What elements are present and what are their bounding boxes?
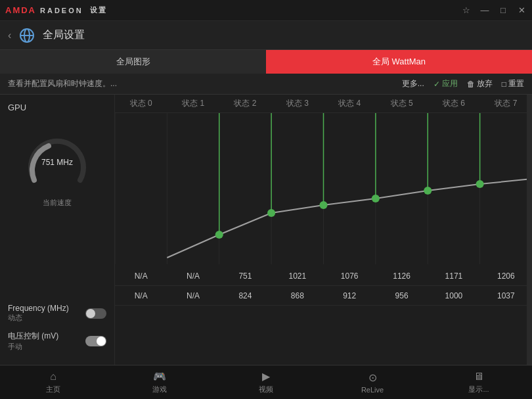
svg-text:751 MHz: 751 MHz [41, 158, 73, 167]
chart-wrapper: 状态 0 状态 1 状态 2 状态 3 状态 4 状态 5 状态 6 状态 7 [115, 95, 532, 365]
col-head-3: 状态 3 [271, 98, 323, 109]
volt-val-0: N/A [115, 291, 167, 300]
frequency-label: Frequency (MHz) [8, 304, 69, 313]
voltage-label-group: 电压控制 (mV) 手动 [8, 331, 58, 352]
point-2[interactable] [267, 209, 275, 217]
volt-val-4: 912 [324, 291, 376, 300]
home-icon: ⌂ [50, 371, 56, 383]
back-button[interactable]: ‹ [8, 30, 11, 41]
apply-button[interactable]: ✓ 应用 [433, 78, 458, 89]
gauge-svg: 751 MHz [24, 131, 90, 197]
point-3[interactable] [319, 201, 327, 209]
reset-label: 重置 [508, 78, 524, 89]
col-head-0: 状态 0 [115, 98, 167, 109]
display-icon: 🖥 [474, 371, 484, 383]
sub-header: 查看并配置风扇和时钟速度。... 更多... ✓ 应用 🗑 放弃 □ 重置 [0, 74, 532, 95]
video-label: 视频 [259, 385, 273, 394]
minimize-button[interactable]: — [479, 5, 490, 15]
relive-icon: ⊙ [368, 371, 377, 384]
freq-val-6: 1171 [428, 271, 479, 281]
freq-val-0: N/A [115, 271, 167, 281]
left-panel: GPU 751 MHz 当前速度 Frequency (MHz) 动态 [0, 95, 115, 365]
tab-graphics[interactable]: 全局图形 [0, 50, 266, 74]
settings-text: 设置 [90, 5, 107, 15]
apply-label: 应用 [442, 78, 458, 89]
frequency-toggle[interactable] [85, 308, 106, 319]
main-content: GPU 751 MHz 当前速度 Frequency (MHz) 动态 [0, 95, 532, 365]
play-icon: ▶ [262, 370, 270, 383]
volt-val-3: 868 [271, 291, 323, 300]
nav-games[interactable]: 🎮 游戏 [106, 365, 213, 399]
nav-relive[interactable]: ⊙ ReLive [319, 365, 426, 399]
close-button[interactable]: ✕ [516, 5, 527, 15]
frequency-value-row: N/A N/A 751 1021 1076 1126 1171 1206 [115, 266, 532, 286]
voltage-label: 电压控制 (mV) [8, 331, 58, 342]
freq-val-7: 1206 [480, 271, 532, 281]
col-head-2: 状态 2 [219, 98, 271, 109]
reset-icon: □ [502, 80, 506, 89]
radeon-text: RADEON [40, 7, 83, 14]
col-head-6: 状态 6 [428, 98, 479, 109]
controls-section: Frequency (MHz) 动态 电压控制 (mV) 手动 [8, 304, 106, 357]
volt-val-5: 956 [376, 291, 428, 300]
discard-label: 放弃 [477, 78, 493, 89]
volt-val-2: 824 [219, 291, 271, 300]
more-button[interactable]: 更多... [402, 78, 424, 89]
nav-home[interactable]: ⌂ 主页 [0, 365, 106, 399]
freq-val-4: 1076 [324, 271, 376, 281]
freq-val-5: 1126 [376, 271, 428, 281]
bottom-nav: ⌂ 主页 🎮 游戏 ▶ 视频 ⊙ ReLive 🖥 显示... [0, 365, 532, 399]
point-1[interactable] [215, 231, 223, 239]
amd-logo: AMDA [5, 5, 36, 15]
frequency-sublabel: 动态 [8, 313, 69, 323]
window-controls: ☆ — □ ✕ [461, 5, 527, 15]
gauge-container: 751 MHz 当前速度 [8, 131, 106, 208]
freq-val-3: 1021 [271, 271, 323, 281]
gpu-label: GPU [8, 103, 106, 112]
col-head-1: 状态 1 [167, 98, 219, 109]
voltage-value-row: N/A N/A 824 868 912 956 1000 1037 [115, 286, 532, 306]
nav-video[interactable]: ▶ 视频 [213, 365, 319, 399]
gauge-sublabel: 当前速度 [43, 198, 72, 208]
column-headers: 状态 0 状态 1 状态 2 状态 3 状态 4 状态 5 状态 6 状态 7 [115, 95, 532, 113]
volt-val-1: N/A [167, 291, 219, 300]
star-button[interactable]: ☆ [461, 5, 472, 15]
voltage-sublabel: 手动 [8, 342, 58, 352]
relive-label: ReLive [361, 386, 384, 394]
freq-val-2: 751 [219, 271, 271, 281]
header-nav: ‹ 全局设置 [0, 21, 532, 50]
frequency-label-group: Frequency (MHz) 动态 [8, 304, 69, 323]
volt-val-6: 1000 [428, 291, 479, 300]
globe-icon [19, 28, 35, 43]
sub-header-actions: 更多... ✓ 应用 🗑 放弃 □ 重置 [402, 78, 524, 89]
app-logo: AMDA RADEON 设置 [5, 5, 107, 15]
maximize-button[interactable]: □ [498, 5, 508, 15]
frequency-chart [115, 113, 532, 264]
page-title: 全局设置 [43, 28, 85, 42]
nav-display[interactable]: 🖥 显示... [426, 365, 532, 399]
display-label: 显示... [468, 385, 489, 394]
col-head-5: 状态 5 [376, 98, 428, 109]
point-4[interactable] [372, 195, 380, 202]
title-bar: AMDA RADEON 设置 ☆ — □ ✕ [0, 0, 532, 21]
voltage-toggle-dot [97, 337, 106, 346]
voltage-control: 电压控制 (mV) 手动 [8, 331, 106, 352]
sub-header-desc: 查看并配置风扇和时钟速度。... [8, 78, 117, 89]
voltage-toggle[interactable] [85, 336, 106, 346]
trash-icon: 🗑 [467, 80, 475, 89]
gamepad-icon: 🎮 [153, 370, 166, 383]
volt-val-7: 1037 [480, 291, 532, 300]
col-head-7: 状态 7 [480, 98, 532, 109]
reset-button[interactable]: □ 重置 [502, 78, 524, 89]
discard-button[interactable]: 🗑 放弃 [467, 78, 493, 89]
tab-wattman[interactable]: 全局 WattMan [266, 50, 532, 74]
point-5[interactable] [424, 187, 432, 195]
games-label: 游戏 [152, 385, 167, 394]
home-label: 主页 [46, 385, 60, 394]
toggle-dot [86, 309, 95, 318]
tabs: 全局图形 全局 WattMan [0, 50, 532, 74]
point-6[interactable] [476, 180, 484, 188]
scrollbar[interactable] [527, 95, 532, 365]
freq-val-1: N/A [167, 271, 219, 281]
frequency-control: Frequency (MHz) 动态 [8, 304, 106, 323]
